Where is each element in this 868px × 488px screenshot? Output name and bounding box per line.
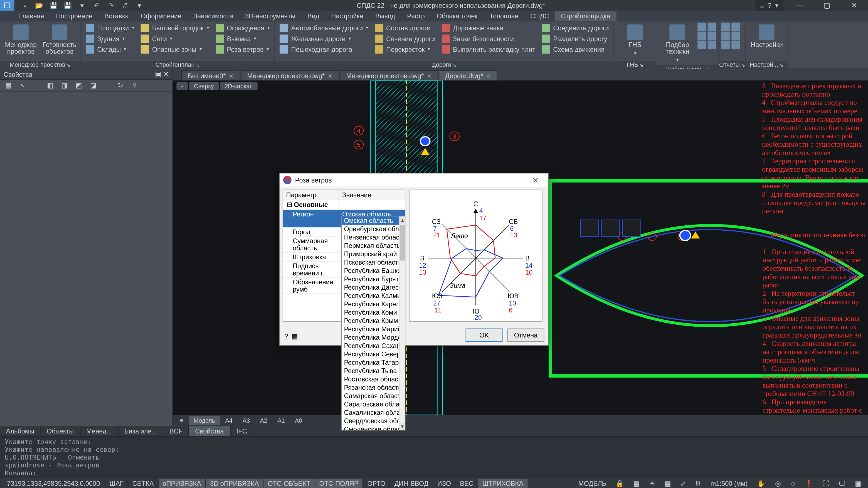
ribbon-Автомобильные-дороги[interactable]: Автомобильные дороги▾ [277, 23, 371, 33]
doc-tab[interactable]: Без имени0*✕ [181, 70, 240, 81]
tool3-icon[interactable]: ◨ [60, 81, 69, 90]
ribbon-Настройки[interactable]: Настройки [748, 23, 785, 50]
dropdown-item[interactable]: Республика Дагестан [342, 283, 405, 292]
dropdown-item[interactable]: Саратовская область [342, 400, 405, 408]
status-toggle-оПРИВЯЗКА[interactable]: оПРИВЯЗКА [158, 479, 205, 488]
dropdown-icon[interactable]: ▾ [78, 1, 87, 10]
doc-tab[interactable]: Дороги.dwg*✕ [439, 70, 497, 81]
scroll-down-icon[interactable]: ▼ [400, 423, 405, 430]
tool-icon[interactable]: ▤ [4, 81, 13, 90]
pin-icon[interactable]: ▣ [155, 70, 161, 78]
dropdown-item[interactable]: Республика Крым [342, 316, 405, 325]
ribbon-tool-icon[interactable] [698, 41, 706, 49]
menu-Вывод[interactable]: Вывод [369, 11, 401, 21]
status-toggle-ШАГ[interactable]: ШАГ [104, 479, 127, 488]
maximize-icon[interactable]: ⛶ [820, 479, 832, 488]
close-button[interactable]: ✕ [840, 0, 868, 11]
ribbon-tool-icon[interactable] [698, 23, 706, 31]
command-line[interactable]: Укажите точку вставки: Укажите направлен… [0, 436, 868, 478]
param-row[interactable]: ⊟ Основные [283, 200, 405, 210]
menu-Облака точек[interactable]: Облака точек [431, 11, 484, 21]
lock-icon[interactable]: 🔒 [614, 479, 626, 488]
ribbon-tool-icon[interactable] [708, 32, 716, 40]
ribbon-Железные-дороги[interactable]: Железные дороги▾ [277, 33, 371, 43]
ribbon-Подбор-техники[interactable]: Подбор техники▾ [659, 23, 696, 65]
gear-icon[interactable]: ⚙ [693, 479, 704, 488]
layout-tab[interactable]: A2 [255, 416, 272, 425]
undo-icon[interactable]: ↶ [92, 1, 101, 10]
ribbon-Перекресток[interactable]: Перекресток▾ [373, 44, 437, 54]
target-icon[interactable]: ◎ [773, 479, 783, 488]
dropdown2-icon[interactable]: ▾ [135, 1, 144, 10]
region-dropdown[interactable]: Омская областьОренбургская областьПензен… [341, 216, 405, 430]
xyz-icon[interactable]: ⤢ [678, 479, 688, 488]
save-icon[interactable]: 💾 [49, 1, 58, 10]
menu-Оформление[interactable]: Оформление [135, 11, 187, 21]
doc-tab[interactable]: Менеджер проектов.dwg*✕ [241, 70, 339, 81]
monitor-icon[interactable]: 🖵 [836, 479, 848, 488]
status-toggle-3D оПРИВЯЗКА[interactable]: 3D оПРИВЯЗКА [205, 479, 263, 488]
layout-tab[interactable]: A4 [220, 416, 237, 425]
minimize-button[interactable]: — [786, 0, 813, 11]
dropdown-item[interactable]: Псковская область [342, 258, 405, 267]
panel-close-icon[interactable]: ✕ [163, 70, 168, 78]
dropdown-item[interactable]: Оренбургская область [342, 225, 405, 233]
scroll-thumb[interactable] [400, 225, 405, 261]
status-toggle-ОРТО[interactable]: ОРТО [363, 479, 390, 488]
cursor-icon[interactable]: ↖ [18, 81, 27, 90]
status-toggle-ВЕС[interactable]: ВЕС [455, 479, 478, 488]
dropdown-item[interactable]: Республика Калмыкия [342, 292, 405, 300]
dropdown-item[interactable]: Республика Северная О [342, 350, 405, 358]
status-toggle-ОТС-ОБЪЕКТ[interactable]: ОТС-ОБЪЕКТ [263, 479, 314, 488]
menu-Стройплощадка[interactable]: Стройплощадка [555, 11, 616, 21]
clean-icon[interactable]: ▣ [852, 479, 863, 488]
ribbon-Схема-движения[interactable]: Схема движения [539, 44, 611, 54]
cancel-button[interactable]: Отмена [507, 329, 545, 342]
bang-icon[interactable]: ❗ [802, 479, 815, 488]
menu-Построение[interactable]: Построение [50, 11, 98, 21]
menu-Топоплан[interactable]: Топоплан [484, 11, 524, 21]
ribbon-tool-icon[interactable] [708, 23, 716, 31]
dropdown-item[interactable]: Свердловская область [342, 417, 405, 425]
ribbon-Роза-ветров[interactable]: Роза ветров▾ [213, 44, 272, 54]
panel-tab[interactable]: Альбомы [0, 426, 41, 436]
dialog-close-button[interactable]: ✕ [526, 176, 544, 184]
ribbon-Бытовой-городок[interactable]: Бытовой городок▾ [138, 23, 211, 33]
menu-Главная[interactable]: Главная [13, 11, 50, 21]
dialog-titlebar[interactable]: Роза ветров ✕ [280, 174, 548, 187]
ribbon-Площадки[interactable]: Площадки▾ [84, 23, 136, 33]
model-mode[interactable]: МОДЕЛЬ [576, 479, 609, 488]
redo-icon[interactable]: ↷ [106, 1, 116, 10]
maximize-button[interactable]: ▢ [813, 0, 841, 11]
settings-icon[interactable]: ▦ [291, 333, 298, 340]
layout-tab[interactable]: Модель [189, 416, 220, 425]
menu-СПДС[interactable]: СПДС [524, 11, 555, 21]
status-toggle-ДИН-ВВОД[interactable]: ДИН-ВВОД [390, 479, 432, 488]
ribbon-Выемка[interactable]: Выемка▾ [213, 33, 272, 43]
saveall-icon[interactable]: 💾 [63, 1, 72, 10]
dropdown-item[interactable]: Пермская область [342, 242, 405, 250]
ribbon-tool-icon[interactable] [722, 32, 730, 40]
help-icon[interactable]: ? [284, 333, 288, 340]
dropdown-item[interactable]: Республика Тыва [342, 367, 405, 375]
ribbon-Сети[interactable]: Сети▾ [138, 33, 211, 43]
dropdown-item[interactable]: Республика Марий Эл [342, 325, 405, 333]
tab-close-icon[interactable]: ✕ [229, 72, 234, 79]
tab-close-icon[interactable]: ✕ [328, 72, 333, 79]
layout-tab[interactable]: A0 [290, 416, 307, 425]
panel-tab[interactable]: Свойства [189, 426, 230, 436]
ribbon-ГНБ[interactable]: ГНБ▾ [617, 23, 653, 58]
dropdown-item[interactable]: Смоленская область [342, 425, 405, 430]
menu-Вид[interactable]: Вид [302, 11, 326, 21]
hand-icon[interactable]: ✋ [755, 479, 768, 488]
panel-tab[interactable]: IFC [230, 426, 253, 436]
dropdown-item[interactable]: Республика Мордовия [342, 333, 405, 342]
ribbon-Опасные-зоны[interactable]: Опасные зоны▾ [138, 44, 211, 54]
tool6-icon[interactable]: ↻ [116, 81, 125, 90]
new-icon[interactable]: ▫ [20, 1, 30, 10]
tool5-icon[interactable]: ◪ [88, 81, 98, 90]
status-toggle-СЕТКА[interactable]: СЕТКА [128, 479, 158, 488]
doc-tab[interactable]: Менеджер проектов.dwg*✕ [340, 70, 438, 81]
menu-Зависимости[interactable]: Зависимости [187, 11, 239, 21]
ribbon-tool-icon[interactable] [698, 32, 706, 40]
